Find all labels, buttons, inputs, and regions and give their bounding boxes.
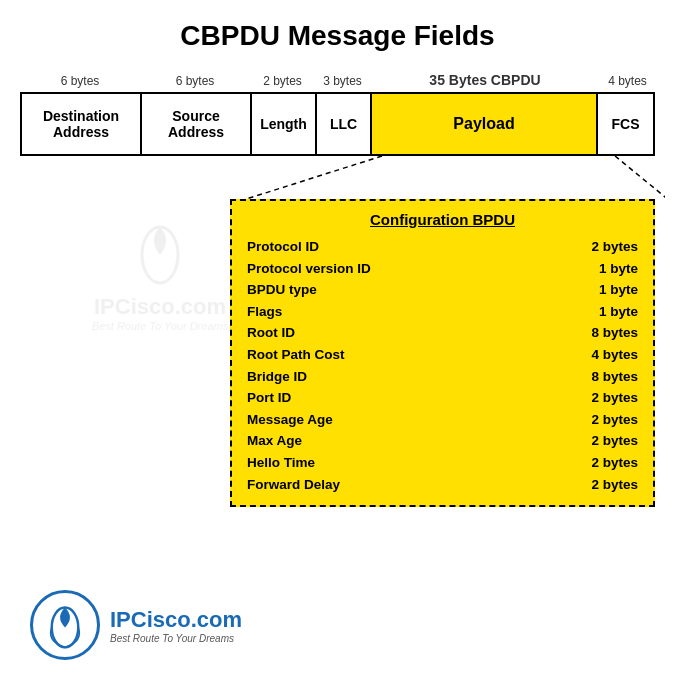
watermark-logo-icon: [130, 220, 190, 290]
svg-line-0: [240, 156, 382, 201]
byte-label-src: 6 bytes: [140, 74, 250, 88]
config-rows: Protocol ID 2 bytes Protocol version ID …: [247, 236, 638, 495]
fields-row: DestinationAddress SourceAddress Length …: [20, 92, 655, 156]
config-row-11: Hello Time 2 bytes: [247, 452, 638, 474]
byte-labels-row: 6 bytes 6 bytes 2 bytes 3 bytes 35 Bytes…: [15, 72, 660, 88]
byte-label-len: 2 bytes: [250, 74, 315, 88]
field-destination: DestinationAddress: [22, 94, 142, 154]
field-llc: LLC: [317, 94, 372, 154]
byte-label-payload: 35 Bytes CBPDU: [370, 72, 600, 88]
logo-main-text: IPCisco.com: [110, 607, 242, 633]
logo-icon: [40, 596, 90, 654]
config-row-5: Root ID 8 bytes: [247, 322, 638, 344]
config-row-8: Port ID 2 bytes: [247, 387, 638, 409]
byte-label-dest: 6 bytes: [20, 74, 140, 88]
byte-label-fcs: 4 bytes: [600, 74, 655, 88]
config-row-7: Bridge ID 8 bytes: [247, 366, 638, 388]
config-row-4: Flags 1 byte: [247, 301, 638, 323]
field-length: Length: [252, 94, 317, 154]
config-bpdu-box: Configuration BPDU Protocol ID 2 bytes P…: [230, 199, 655, 507]
main-container: CBPDU Message Fields 6 bytes 6 bytes 2 b…: [0, 0, 675, 675]
field-fcs: FCS: [598, 94, 653, 154]
page-title: CBPDU Message Fields: [15, 10, 660, 72]
logo-sub-text: Best Route To Your Dreams: [110, 633, 242, 644]
config-title: Configuration BPDU: [247, 211, 638, 228]
connector-lines: [20, 156, 665, 201]
svg-point-2: [142, 227, 178, 283]
config-row-9: Message Age 2 bytes: [247, 409, 638, 431]
logo-circle: [30, 590, 100, 660]
config-row-6: Root Path Cost 4 bytes: [247, 344, 638, 366]
config-row-1: Protocol ID 2 bytes: [247, 236, 638, 258]
config-row-3: BPDU type 1 byte: [247, 279, 638, 301]
field-payload: Payload: [372, 94, 598, 154]
byte-label-llc: 3 bytes: [315, 74, 370, 88]
config-row-2: Protocol version ID 1 byte: [247, 258, 638, 280]
svg-line-1: [615, 156, 665, 201]
logo-text-block: IPCisco.com Best Route To Your Dreams: [110, 607, 242, 644]
config-row-10: Max Age 2 bytes: [247, 430, 638, 452]
config-row-12: Forward Delay 2 bytes: [247, 474, 638, 496]
bottom-logo: IPCisco.com Best Route To Your Dreams: [30, 590, 242, 660]
field-source: SourceAddress: [142, 94, 252, 154]
